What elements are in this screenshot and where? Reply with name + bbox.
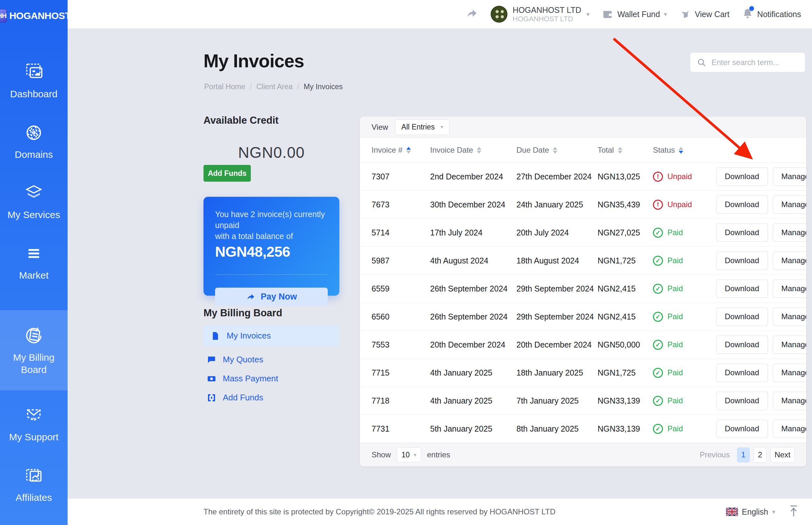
row-actions: Download Manage bbox=[716, 392, 806, 410]
download-button[interactable]: Download bbox=[716, 420, 768, 438]
main-content: My Invoices Portal Home / Client Area / … bbox=[67, 28, 812, 499]
manage-button[interactable]: Manage bbox=[773, 167, 806, 186]
invoice-number-cell: 7673 bbox=[371, 200, 430, 209]
table-row: 7673 30th December 2024 24th January 202… bbox=[360, 191, 806, 219]
download-button[interactable]: Download bbox=[716, 392, 768, 410]
sidebar-item-my-support[interactable]: My Support bbox=[0, 394, 67, 454]
manage-button[interactable]: Manage bbox=[773, 392, 806, 410]
share-arrow-icon[interactable] bbox=[465, 7, 478, 21]
chevron-down-icon: ▾ bbox=[664, 10, 667, 18]
download-button[interactable]: Download bbox=[716, 364, 768, 382]
table-row: 7553 20th December 2024 20th December 20… bbox=[360, 331, 806, 359]
manage-button[interactable]: Manage bbox=[773, 224, 806, 242]
download-button[interactable]: Download bbox=[716, 195, 768, 214]
brand-logo[interactable]: HH HOGANHOST bbox=[0, 0, 67, 31]
available-credit-amount: NGN0.00 bbox=[203, 144, 339, 161]
manage-button[interactable]: Manage bbox=[773, 195, 806, 214]
page-size-select[interactable]: 10 ▾ bbox=[397, 447, 421, 462]
invoice-number-cell: 7553 bbox=[371, 340, 430, 349]
billing-board-links: My Invoices My Quotes Mass Payment Add F… bbox=[203, 325, 339, 407]
manage-button[interactable]: Manage bbox=[773, 364, 806, 382]
invoice-date-cell: 4th August 2024 bbox=[430, 256, 517, 266]
status-icon bbox=[653, 256, 663, 266]
brand-logo-icon: HH bbox=[0, 9, 7, 22]
sidebar-item-my-services[interactable]: My Services bbox=[0, 171, 67, 232]
download-button[interactable]: Download bbox=[716, 335, 768, 354]
next-page-button[interactable]: Next bbox=[770, 447, 795, 463]
status-badge: Paid bbox=[653, 340, 716, 350]
row-actions: Download Manage bbox=[716, 335, 806, 354]
table-toolbar: View All Entries ▾ bbox=[360, 117, 806, 138]
column-header-invoice-number[interactable]: Invoice # bbox=[371, 146, 430, 154]
account-menu[interactable]: HOGANHOST LTD HOGANHOST LTD ▾ bbox=[491, 5, 589, 23]
breadcrumb-client-area[interactable]: Client Area bbox=[256, 82, 293, 91]
show-label: Show bbox=[371, 450, 391, 459]
chevron-down-icon: ▾ bbox=[772, 508, 775, 516]
sort-icon bbox=[406, 147, 411, 154]
credit-card-icon bbox=[207, 374, 216, 384]
download-button[interactable]: Download bbox=[716, 308, 768, 326]
manage-button[interactable]: Manage bbox=[773, 308, 806, 326]
sort-icon bbox=[477, 147, 481, 154]
page-1-button[interactable]: 1 bbox=[737, 447, 750, 463]
previous-page-button[interactable]: Previous bbox=[700, 450, 730, 459]
sidebar-item-dashboard[interactable]: Dashboard bbox=[0, 50, 67, 111]
view-cart-button[interactable]: View Cart bbox=[679, 9, 730, 20]
wallet-fund-menu[interactable]: Wallet Fund ▾ bbox=[602, 9, 667, 20]
manage-button[interactable]: Manage bbox=[773, 280, 806, 298]
sidebar-item-market[interactable]: Market bbox=[0, 232, 67, 292]
billing-link-mass-payment[interactable]: Mass Payment bbox=[203, 369, 339, 388]
breadcrumb-portal-home[interactable]: Portal Home bbox=[204, 82, 245, 91]
status-icon bbox=[653, 200, 663, 210]
invoices-table-card: View All Entries ▾ Invoice # Invoice Dat… bbox=[360, 117, 806, 466]
column-header-due-date[interactable]: Due Date bbox=[517, 146, 598, 154]
sidebar-item-my-billing-board[interactable]: My Billing Board bbox=[0, 310, 67, 390]
search-input[interactable] bbox=[711, 58, 795, 67]
column-header-invoice-date[interactable]: Invoice Date bbox=[430, 146, 517, 154]
total-cell: NGN27,025 bbox=[598, 228, 653, 237]
invoice-number-cell: 7307 bbox=[371, 172, 430, 181]
add-funds-button[interactable]: Add Funds bbox=[203, 165, 251, 182]
billing-link-my-invoices[interactable]: My Invoices bbox=[203, 325, 339, 346]
notifications-button[interactable]: Notifications bbox=[742, 7, 801, 21]
manage-button[interactable]: Manage bbox=[773, 420, 806, 438]
sidebar-item-affiliates[interactable]: Affiliates bbox=[0, 454, 67, 515]
status-badge: Paid bbox=[653, 284, 716, 294]
status-icon bbox=[653, 284, 663, 294]
page-2-button[interactable]: 2 bbox=[754, 447, 767, 463]
breadcrumb-my-invoices: My Invoices bbox=[304, 82, 342, 91]
invoice-number-cell: 7718 bbox=[371, 396, 430, 405]
billing-link-add-funds[interactable]: Add Funds bbox=[203, 388, 339, 407]
page-footer: The entirety of this site is protected b… bbox=[67, 499, 812, 525]
table-row: 6559 26th September 2024 29th September … bbox=[360, 275, 806, 303]
manage-button[interactable]: Manage bbox=[773, 252, 806, 270]
pay-now-button[interactable]: Pay Now bbox=[215, 288, 328, 306]
table-header-row: Invoice # Invoice Date Due Date Total St… bbox=[360, 138, 806, 163]
column-header-total[interactable]: Total bbox=[598, 146, 653, 154]
table-row: 7718 4th January 2025 7th January 2025 N… bbox=[360, 387, 806, 415]
row-actions: Download Manage bbox=[716, 364, 806, 382]
manage-button[interactable]: Manage bbox=[773, 335, 806, 354]
unpaid-summary-card: You have 2 invoice(s) currently unpaid w… bbox=[203, 197, 339, 296]
column-header-status[interactable]: Status bbox=[653, 146, 716, 154]
view-entries-select[interactable]: All Entries ▾ bbox=[395, 120, 449, 135]
scroll-to-top-button[interactable] bbox=[788, 505, 799, 519]
download-button[interactable]: Download bbox=[716, 252, 768, 270]
language-select[interactable]: English ▾ bbox=[726, 507, 775, 516]
top-header: HOGANHOST LTD HOGANHOST LTD ▾ Wallet Fun… bbox=[67, 0, 812, 28]
pay-arrow-icon bbox=[246, 292, 256, 302]
due-date-cell: 24th January 2025 bbox=[517, 200, 598, 209]
status-badge: Paid bbox=[653, 424, 716, 434]
table-row: 7731 5th January 2025 8th January 2025 N… bbox=[360, 415, 806, 443]
download-button[interactable]: Download bbox=[716, 280, 768, 298]
download-button[interactable]: Download bbox=[716, 224, 768, 242]
status-icon bbox=[653, 172, 663, 182]
status-icon bbox=[653, 424, 663, 434]
wallet-icon bbox=[602, 9, 613, 20]
services-icon bbox=[23, 182, 44, 204]
table-row: 5714 17th July 2024 20th July 2024 NGN27… bbox=[360, 219, 806, 247]
notification-badge bbox=[749, 6, 754, 11]
download-button[interactable]: Download bbox=[716, 167, 768, 186]
sidebar-item-domains[interactable]: Domains bbox=[0, 111, 67, 172]
billing-link-my-quotes[interactable]: My Quotes bbox=[203, 350, 339, 369]
